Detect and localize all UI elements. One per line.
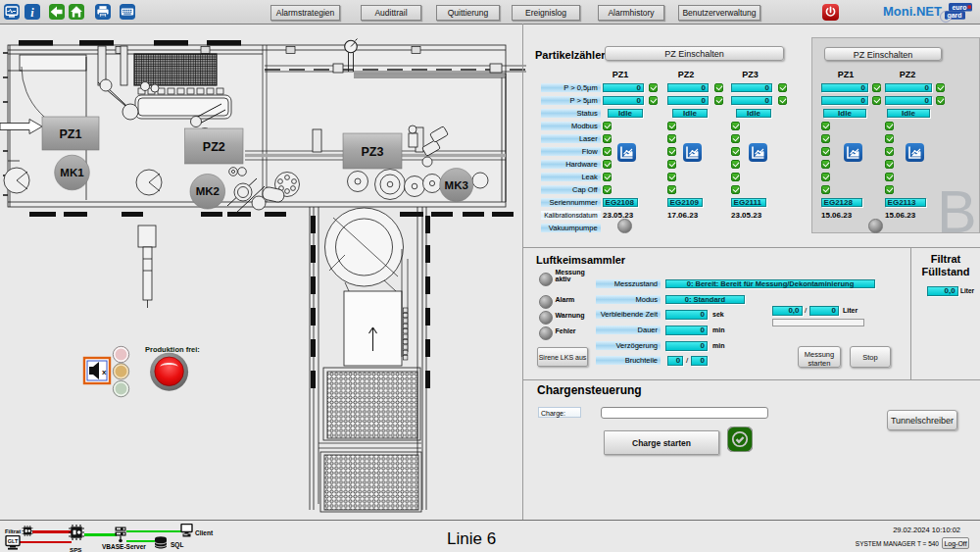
svg-text:MK3: MK3 xyxy=(445,179,468,191)
svg-text:PZ2: PZ2 xyxy=(203,140,225,154)
svg-text:Produktion frei:: Produktion frei: xyxy=(145,345,200,354)
svg-text:PZ1: PZ1 xyxy=(60,127,82,141)
svg-text:gard: gard xyxy=(947,12,961,20)
svg-text:GLT: GLT xyxy=(8,538,19,544)
svg-text:euro: euro xyxy=(952,4,966,11)
svg-text:MK1: MK1 xyxy=(60,167,84,178)
svg-text:PZ3: PZ3 xyxy=(362,145,384,159)
svg-text:x: x xyxy=(102,368,107,376)
svg-text:MK2: MK2 xyxy=(196,185,220,197)
